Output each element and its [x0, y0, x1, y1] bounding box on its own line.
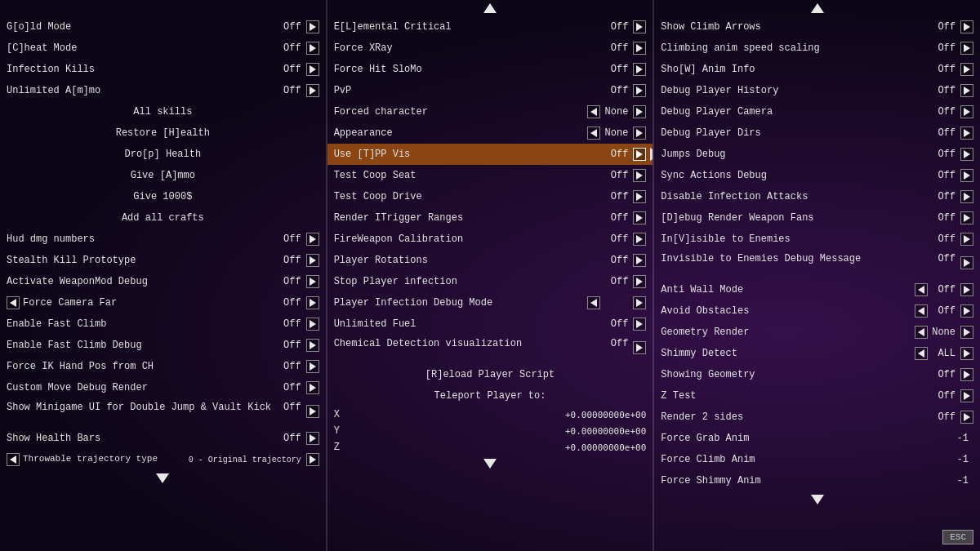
list-item[interactable]: Force Shimmy Anim -1 — [654, 470, 980, 491]
list-item[interactable]: G[o]ld Mode Off — [0, 16, 326, 38]
list-item[interactable]: PvP Off — [327, 80, 653, 101]
toggle-button[interactable] — [306, 84, 319, 97]
list-item[interactable]: Enable Fast Climb Off — [0, 313, 326, 335]
list-item[interactable]: FireWeapon Calibration Off — [327, 229, 653, 250]
list-item[interactable]: Invisible to Enemies Debug Message Off — [654, 250, 980, 279]
toggle-button[interactable] — [960, 233, 973, 246]
list-item[interactable]: Infection Kills Off — [0, 59, 326, 80]
prev-button[interactable] — [587, 296, 600, 309]
toggle-button[interactable] — [306, 405, 319, 418]
list-item[interactable]: Force Climb Anim -1 — [654, 449, 980, 470]
toggle-button[interactable] — [633, 296, 646, 309]
reload-script-button[interactable]: [R]eload Player Script — [327, 364, 653, 385]
toggle-button[interactable] — [306, 20, 319, 33]
toggle-button[interactable] — [633, 169, 646, 182]
drop-health-button[interactable]: Dro[p] Health — [0, 144, 326, 165]
coord-y-row[interactable]: Y +0.00000000e+00 — [327, 423, 653, 439]
toggle-button[interactable] — [306, 432, 319, 445]
prev-button[interactable] — [7, 296, 20, 309]
toggle-button[interactable] — [960, 211, 973, 224]
prev-button[interactable] — [915, 347, 928, 360]
toggle-button[interactable] — [306, 275, 319, 288]
list-item[interactable]: Force IK Hand Pos from CH Off — [0, 356, 326, 377]
list-item[interactable]: In[V]isible to Enemies Off — [654, 229, 980, 250]
list-item[interactable]: Debug Player Camera Off — [654, 101, 980, 122]
toggle-button[interactable] — [960, 127, 973, 140]
list-item[interactable]: Show Health Bars Off — [0, 428, 326, 449]
list-item[interactable]: Jumps Debug Off — [654, 144, 980, 165]
scroll-up-col3[interactable] — [654, 0, 980, 16]
toggle-button[interactable] — [960, 304, 973, 318]
toggle-button[interactable] — [306, 453, 319, 466]
toggle-button[interactable] — [960, 326, 973, 339]
scroll-up-col2[interactable] — [327, 0, 653, 16]
toggle-button[interactable] — [306, 233, 319, 246]
list-item[interactable]: E[L]emental Critical Off — [327, 16, 653, 38]
restore-health-button[interactable]: Restore [H]ealth — [0, 122, 326, 144]
prev-button[interactable] — [7, 453, 20, 466]
toggle-button[interactable] — [306, 360, 319, 373]
list-item[interactable]: Unlimited Fuel Off — [327, 313, 653, 335]
toggle-button[interactable] — [306, 63, 319, 76]
toggle-button[interactable] — [633, 275, 646, 288]
toggle-button[interactable] — [960, 283, 973, 296]
toggle-button[interactable] — [306, 254, 319, 267]
toggle-button[interactable] — [633, 42, 646, 55]
list-item[interactable]: Force XRay Off — [327, 38, 653, 59]
all-skills-button[interactable]: All skills — [0, 101, 326, 122]
toggle-button[interactable] — [960, 190, 973, 203]
toggle-button[interactable] — [960, 347, 973, 360]
scroll-down-col2[interactable] — [327, 455, 653, 472]
list-item[interactable]: Custom Move Debug Render Off — [0, 377, 326, 398]
list-item[interactable]: Render ITrigger Ranges Off — [327, 207, 653, 229]
list-item[interactable]: Debug Player Dirs Off — [654, 122, 980, 144]
list-item[interactable]: Disable Infection Attacks Off — [654, 186, 980, 207]
list-item[interactable]: Showing Geometry Off — [654, 364, 980, 385]
list-item[interactable]: Render 2 sides Off — [654, 407, 980, 428]
add-all-crafts-button[interactable]: Add all crafts — [0, 207, 326, 229]
prev-button[interactable] — [915, 283, 928, 296]
give-ammo-button[interactable]: Give [A]mmo — [0, 165, 326, 186]
toggle-button[interactable] — [306, 318, 319, 331]
list-item[interactable]: Z Test Off — [654, 385, 980, 407]
list-item[interactable]: Chemical Detection visualization Off — [327, 335, 653, 364]
list-item[interactable]: Forced character None — [327, 101, 653, 122]
list-item[interactable]: Throwable trajectory type 0 - Original t… — [0, 449, 326, 470]
toggle-button[interactable] — [960, 411, 973, 424]
list-item[interactable]: Show Minigame UI for Double Jump & Vault… — [0, 398, 326, 428]
toggle-button[interactable] — [633, 190, 646, 203]
toggle-button[interactable] — [960, 20, 973, 33]
toggle-button[interactable] — [960, 389, 973, 402]
list-item[interactable]: Show Climb Arrows Off — [654, 16, 980, 38]
toggle-button[interactable] — [633, 254, 646, 267]
list-item[interactable]: Sync Actions Debug Off — [654, 165, 980, 186]
list-item[interactable]: Sho[W] Anim Info Off — [654, 59, 980, 80]
list-item[interactable]: Player Rotations Off — [327, 250, 653, 271]
toggle-button[interactable] — [633, 148, 646, 161]
scroll-down-col3[interactable] — [654, 491, 980, 508]
toggle-button[interactable] — [633, 20, 646, 33]
list-item[interactable]: Hud dmg numbers Off — [0, 229, 326, 250]
toggle-button[interactable] — [306, 296, 319, 309]
list-item[interactable]: Appearance None — [327, 122, 653, 144]
toggle-button[interactable] — [633, 63, 646, 76]
toggle-button[interactable] — [306, 381, 319, 394]
coord-x-row[interactable]: X +0.00000000e+00 — [327, 407, 653, 423]
prev-button[interactable] — [587, 105, 600, 118]
toggle-button[interactable] — [960, 148, 973, 161]
prev-button[interactable] — [915, 304, 928, 318]
list-item[interactable]: Force Camera Far Off — [0, 292, 326, 313]
toggle-button[interactable] — [633, 233, 646, 246]
use-tpp-vis-row[interactable]: Use [T]PP Vis Off — [327, 144, 653, 165]
toggle-button[interactable] — [306, 339, 319, 352]
scroll-down-col1[interactable] — [0, 470, 326, 487]
toggle-button[interactable] — [960, 256, 973, 269]
toggle-button[interactable] — [306, 42, 319, 55]
list-item[interactable]: Stealth Kill Prototype Off — [0, 250, 326, 271]
list-item[interactable]: Test Coop Seat Off — [327, 165, 653, 186]
toggle-button[interactable] — [960, 105, 973, 118]
list-item[interactable]: [C]heat Mode Off — [0, 38, 326, 59]
list-item[interactable]: Player Infection Debug Mode — [327, 292, 653, 313]
give-money-button[interactable]: Give 1000$ — [0, 186, 326, 207]
prev-button[interactable] — [587, 127, 600, 140]
